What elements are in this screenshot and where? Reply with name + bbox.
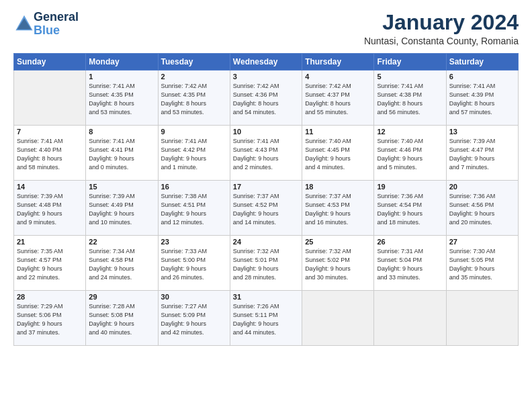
calendar-cell: 17Sunrise: 7:37 AM Sunset: 4:52 PM Dayli… [230,181,302,236]
day-number: 16 [161,183,227,191]
calendar-cell: 20Sunrise: 7:36 AM Sunset: 4:56 PM Dayli… [446,181,518,236]
day-number: 21 [17,238,83,246]
calendar-cell: 23Sunrise: 7:33 AM Sunset: 5:00 PM Dayli… [158,236,230,291]
day-info: Sunrise: 7:41 AM Sunset: 4:43 PM Dayligh… [233,137,299,172]
calendar-cell: 27Sunrise: 7:30 AM Sunset: 5:05 PM Dayli… [446,236,518,291]
calendar-cell: 18Sunrise: 7:37 AM Sunset: 4:53 PM Dayli… [302,181,374,236]
calendar-cell: 10Sunrise: 7:41 AM Sunset: 4:43 PM Dayli… [230,126,302,181]
col-tuesday: Tuesday [158,54,230,71]
day-info: Sunrise: 7:36 AM Sunset: 4:56 PM Dayligh… [449,192,515,227]
day-info: Sunrise: 7:26 AM Sunset: 5:11 PM Dayligh… [233,302,299,337]
day-info: Sunrise: 7:39 AM Sunset: 4:48 PM Dayligh… [17,192,83,227]
svg-marker-1 [17,18,32,30]
day-number: 20 [449,183,515,191]
day-info: Sunrise: 7:31 AM Sunset: 5:04 PM Dayligh… [377,247,443,282]
day-number: 22 [89,238,154,246]
col-saturday: Saturday [446,54,518,71]
day-info: Sunrise: 7:35 AM Sunset: 4:57 PM Dayligh… [17,247,83,282]
calendar-cell: 13Sunrise: 7:39 AM Sunset: 4:47 PM Dayli… [446,126,518,181]
day-number: 23 [161,238,227,246]
calendar-cell: 12Sunrise: 7:40 AM Sunset: 4:46 PM Dayli… [374,126,446,181]
calendar-cell [14,71,86,126]
day-info: Sunrise: 7:41 AM Sunset: 4:42 PM Dayligh… [161,137,227,172]
day-number: 9 [161,128,227,136]
day-info: Sunrise: 7:32 AM Sunset: 5:01 PM Dayligh… [233,247,299,282]
day-number: 26 [377,238,443,246]
calendar-cell [302,291,374,346]
calendar-cell: 21Sunrise: 7:35 AM Sunset: 4:57 PM Dayli… [14,236,86,291]
calendar-header-row: Sunday Monday Tuesday Wednesday Thursday… [14,54,519,71]
day-number: 7 [17,128,83,136]
calendar-cell [446,291,518,346]
calendar-cell: 24Sunrise: 7:32 AM Sunset: 5:01 PM Dayli… [230,236,302,291]
col-sunday: Sunday [14,54,86,71]
day-number: 17 [233,183,299,191]
day-number: 24 [233,238,299,246]
day-number: 11 [305,128,371,136]
calendar-week-row: 7Sunrise: 7:41 AM Sunset: 4:40 PM Daylig… [14,126,519,181]
day-number: 6 [449,73,515,81]
day-info: Sunrise: 7:29 AM Sunset: 5:06 PM Dayligh… [17,302,83,337]
day-info: Sunrise: 7:41 AM Sunset: 4:38 PM Dayligh… [377,82,443,117]
day-number: 12 [377,128,443,136]
day-number: 8 [89,128,154,136]
day-number: 4 [305,73,371,81]
day-info: Sunrise: 7:36 AM Sunset: 4:54 PM Dayligh… [377,192,443,227]
day-info: Sunrise: 7:41 AM Sunset: 4:35 PM Dayligh… [89,82,154,117]
logo-text: General Blue [34,11,79,38]
day-info: Sunrise: 7:40 AM Sunset: 4:45 PM Dayligh… [305,137,371,172]
day-number: 28 [17,293,83,301]
day-info: Sunrise: 7:39 AM Sunset: 4:47 PM Dayligh… [449,137,515,172]
calendar-cell: 11Sunrise: 7:40 AM Sunset: 4:45 PM Dayli… [302,126,374,181]
day-number: 18 [305,183,371,191]
month-title: January 2024 [364,11,519,34]
calendar-cell: 30Sunrise: 7:27 AM Sunset: 5:09 PM Dayli… [158,291,230,346]
day-info: Sunrise: 7:37 AM Sunset: 4:53 PM Dayligh… [305,192,371,227]
day-number: 31 [233,293,299,301]
day-number: 25 [305,238,371,246]
col-thursday: Thursday [302,54,374,71]
day-info: Sunrise: 7:41 AM Sunset: 4:40 PM Dayligh… [17,137,83,172]
day-info: Sunrise: 7:39 AM Sunset: 4:49 PM Dayligh… [89,192,154,227]
day-number: 15 [89,183,154,191]
day-number: 1 [89,73,154,81]
day-number: 3 [233,73,299,81]
day-info: Sunrise: 7:41 AM Sunset: 4:39 PM Dayligh… [449,82,515,117]
day-info: Sunrise: 7:42 AM Sunset: 4:35 PM Dayligh… [161,82,227,117]
calendar-week-row: 14Sunrise: 7:39 AM Sunset: 4:48 PM Dayli… [14,181,519,236]
calendar-cell: 4Sunrise: 7:42 AM Sunset: 4:37 PM Daylig… [302,71,374,126]
calendar-cell: 5Sunrise: 7:41 AM Sunset: 4:38 PM Daylig… [374,71,446,126]
calendar-table: Sunday Monday Tuesday Wednesday Thursday… [13,53,519,346]
calendar-cell: 1Sunrise: 7:41 AM Sunset: 4:35 PM Daylig… [86,71,158,126]
day-info: Sunrise: 7:33 AM Sunset: 5:00 PM Dayligh… [161,247,227,282]
day-number: 5 [377,73,443,81]
day-info: Sunrise: 7:38 AM Sunset: 4:51 PM Dayligh… [161,192,227,227]
calendar-cell [374,291,446,346]
calendar-cell: 28Sunrise: 7:29 AM Sunset: 5:06 PM Dayli… [14,291,86,346]
col-wednesday: Wednesday [230,54,302,71]
header: General Blue January 2024 Nuntasi, Const… [13,11,519,46]
calendar-week-row: 28Sunrise: 7:29 AM Sunset: 5:06 PM Dayli… [14,291,519,346]
logo: General Blue [13,11,79,38]
calendar-cell: 14Sunrise: 7:39 AM Sunset: 4:48 PM Dayli… [14,181,86,236]
day-number: 29 [89,293,154,301]
calendar-cell: 2Sunrise: 7:42 AM Sunset: 4:35 PM Daylig… [158,71,230,126]
calendar-cell: 8Sunrise: 7:41 AM Sunset: 4:41 PM Daylig… [86,126,158,181]
calendar-cell: 22Sunrise: 7:34 AM Sunset: 4:58 PM Dayli… [86,236,158,291]
day-number: 10 [233,128,299,136]
day-info: Sunrise: 7:30 AM Sunset: 5:05 PM Dayligh… [449,247,515,282]
day-info: Sunrise: 7:28 AM Sunset: 5:08 PM Dayligh… [89,302,154,337]
calendar-cell: 31Sunrise: 7:26 AM Sunset: 5:11 PM Dayli… [230,291,302,346]
location-title: Nuntasi, Constanta County, Romania [364,36,519,46]
day-number: 2 [161,73,227,81]
calendar-cell: 15Sunrise: 7:39 AM Sunset: 4:49 PM Dayli… [86,181,158,236]
day-info: Sunrise: 7:42 AM Sunset: 4:36 PM Dayligh… [233,82,299,117]
page: General Blue January 2024 Nuntasi, Const… [0,0,532,411]
col-friday: Friday [374,54,446,71]
calendar-week-row: 21Sunrise: 7:35 AM Sunset: 4:57 PM Dayli… [14,236,519,291]
day-info: Sunrise: 7:41 AM Sunset: 4:41 PM Dayligh… [89,137,154,172]
calendar-cell: 6Sunrise: 7:41 AM Sunset: 4:39 PM Daylig… [446,71,518,126]
day-info: Sunrise: 7:42 AM Sunset: 4:37 PM Dayligh… [305,82,371,117]
calendar-cell: 3Sunrise: 7:42 AM Sunset: 4:36 PM Daylig… [230,71,302,126]
day-number: 14 [17,183,83,191]
